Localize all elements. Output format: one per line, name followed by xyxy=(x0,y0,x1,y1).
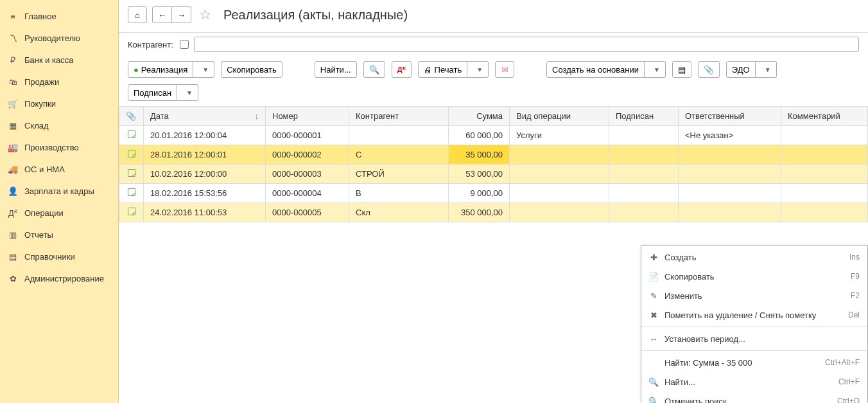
col-signed[interactable]: Подписан xyxy=(609,107,679,126)
mail-button[interactable]: ✉ xyxy=(495,61,514,78)
menu-item[interactable]: ✚СоздатьIns xyxy=(641,247,867,267)
col-resp[interactable]: Ответственный xyxy=(679,107,781,126)
sidebar-item-catalogs[interactable]: ▤Справочники xyxy=(0,246,118,267)
clip-button[interactable]: 📎 xyxy=(698,61,720,78)
cell-sum: 35 000,00 xyxy=(449,145,510,165)
print-dropdown[interactable]: ▼ xyxy=(467,61,489,78)
col-label: Сумма xyxy=(476,111,503,121)
cell-oper xyxy=(510,203,609,222)
documents-table: 📎 Дата↓ Номер Контрагент Сумма Вид опера… xyxy=(119,106,868,222)
menu-item[interactable]: ↔Установить период... xyxy=(641,329,867,348)
col-number[interactable]: Номер xyxy=(266,107,349,126)
menu-label: Скопировать xyxy=(664,272,715,282)
cell-date: 20.01.2016 12:00:04 xyxy=(144,126,266,145)
sidebar-item-admin[interactable]: ✿Администрирование xyxy=(0,267,118,289)
col-label: Номер xyxy=(272,111,298,121)
menu-shortcut: Ctrl+Alt+F xyxy=(825,358,860,367)
col-oper[interactable]: Вид операции xyxy=(510,107,609,126)
sidebar-item-operations[interactable]: ДᴷОперации xyxy=(0,202,118,224)
doc-status-icon xyxy=(128,130,135,138)
forward-button[interactable]: → xyxy=(172,6,191,23)
table-row[interactable]: 20.01.2016 12:00:040000-00000160 000,00У… xyxy=(119,126,868,145)
col-date[interactable]: Дата↓ xyxy=(144,107,266,126)
table-row[interactable]: 18.02.2016 15:53:560000-000004В9 000,00 xyxy=(119,184,868,203)
menu-item[interactable]: ✖Пометить на удаление / Снять пометкуDel xyxy=(641,305,867,325)
menu-item[interactable]: 🔍Найти...Ctrl+F xyxy=(641,372,867,391)
doc-button[interactable]: ▤ xyxy=(672,61,691,78)
sidebar-item-label: Покупки xyxy=(24,99,56,109)
cell-sum: 9 000,00 xyxy=(449,184,510,203)
sidebar-item-main[interactable]: ≡Главное xyxy=(0,5,118,27)
doc-icon: ▤ xyxy=(678,65,686,75)
col-sum[interactable]: Сумма xyxy=(449,107,510,126)
menu-item[interactable]: ✎ИзменитьF2 xyxy=(641,286,867,305)
cancel-search-icon: 🔍 xyxy=(647,397,661,404)
doc-status-icon xyxy=(128,208,135,215)
create-based-button[interactable]: Создать на основании xyxy=(546,61,645,78)
sidebar-item-label: Администрирование xyxy=(24,274,104,283)
dk-button[interactable]: Дᴷ xyxy=(392,61,412,78)
col-label: Ответственный xyxy=(685,111,745,121)
cart-icon: 🛒 xyxy=(8,98,18,109)
realization-button[interactable]: ●Реализация xyxy=(128,61,193,78)
sidebar-item-manager[interactable]: 〽Руководителю xyxy=(0,27,118,49)
sidebar-item-purchases[interactable]: 🛒Покупки xyxy=(0,93,118,114)
sidebar-item-assets[interactable]: 🚚ОС и НМА xyxy=(0,158,118,180)
menu-label: Пометить на удаление / Снять пометку xyxy=(664,310,816,320)
person-icon: 👤 xyxy=(8,186,18,196)
plus-icon: ● xyxy=(134,65,139,75)
menu-item[interactable]: 📄СкопироватьF9 xyxy=(641,267,867,286)
cell-number: 0000-000004 xyxy=(266,184,349,203)
sidebar-item-label: Руководителю xyxy=(24,33,80,43)
clip-icon: 📎 xyxy=(704,65,714,75)
table-row[interactable]: 28.01.2016 12:00:010000-000002С35 000,00 xyxy=(119,145,868,165)
cell-signed xyxy=(609,165,679,184)
find-button[interactable]: Найти... xyxy=(315,61,357,78)
arrow-right-icon: → xyxy=(177,10,186,20)
caret-down-icon: ▼ xyxy=(654,66,660,73)
col-clip[interactable]: 📎 xyxy=(119,107,144,126)
print-button[interactable]: 🖨Печать xyxy=(418,61,468,78)
edo-dropdown[interactable]: ▼ xyxy=(756,61,777,78)
back-button[interactable]: ← xyxy=(152,6,172,23)
col-comment[interactable]: Комментарий xyxy=(781,107,868,126)
table-row[interactable]: 24.02.2016 11:00:530000-000005Скл350 000… xyxy=(119,203,868,222)
cell-sum: 53 000,00 xyxy=(449,165,510,184)
doc-status-icon xyxy=(128,169,135,177)
col-label: Подписан xyxy=(616,111,654,121)
filter-checkbox[interactable] xyxy=(180,40,189,49)
sidebar-item-sales[interactable]: 🛍Продажи xyxy=(0,71,118,93)
create-based-dropdown[interactable]: ▼ xyxy=(645,61,666,78)
cancel-search-icon: 🔍 xyxy=(369,65,379,75)
sidebar-item-production[interactable]: 🏭Производство xyxy=(0,136,118,158)
sidebar-item-bank[interactable]: ₽Банк и касса xyxy=(0,49,118,71)
cell-number: 0000-000003 xyxy=(266,165,349,184)
printer-icon: 🖨 xyxy=(424,65,432,75)
col-agent[interactable]: Контрагент xyxy=(349,107,449,126)
menu-label: Отменить поиск xyxy=(664,397,727,404)
caret-down-icon: ▼ xyxy=(186,89,193,96)
edo-button[interactable]: ЭДО xyxy=(726,61,756,78)
home-button[interactable]: ⌂ xyxy=(128,6,147,23)
cancel-search-button[interactable]: 🔍 xyxy=(363,61,385,78)
boxes-icon: ▦ xyxy=(8,120,18,130)
filter-input[interactable] xyxy=(194,37,859,52)
button-label: Печать xyxy=(435,65,462,75)
cell-oper xyxy=(510,145,609,165)
sidebar-item-label: Операции xyxy=(24,208,64,218)
cell-comment xyxy=(781,145,868,165)
table-row[interactable]: 10.02.2016 12:00:000000-000003СТРОЙ53 00… xyxy=(119,165,868,184)
sidebar-item-reports[interactable]: ▥Отчеты xyxy=(0,224,118,246)
menu-item[interactable]: Найти: Сумма - 35 000Ctrl+Alt+F xyxy=(641,353,867,372)
sidebar-item-warehouse[interactable]: ▦Склад xyxy=(0,114,118,136)
favorite-icon[interactable]: ☆ xyxy=(199,6,212,23)
col-label: Контрагент xyxy=(356,111,399,121)
cell-signed xyxy=(609,184,679,203)
copy-button[interactable]: Скопировать xyxy=(221,61,282,78)
signed-dropdown[interactable]: ▼ xyxy=(177,84,198,101)
doc-status-icon xyxy=(128,150,135,157)
menu-item[interactable]: 🔍Отменить поискCtrl+Q xyxy=(641,391,867,403)
sidebar-item-salary[interactable]: 👤Зарплата и кадры xyxy=(0,180,118,202)
realization-dropdown[interactable]: ▼ xyxy=(193,61,214,78)
signed-button[interactable]: Подписан xyxy=(128,84,177,101)
